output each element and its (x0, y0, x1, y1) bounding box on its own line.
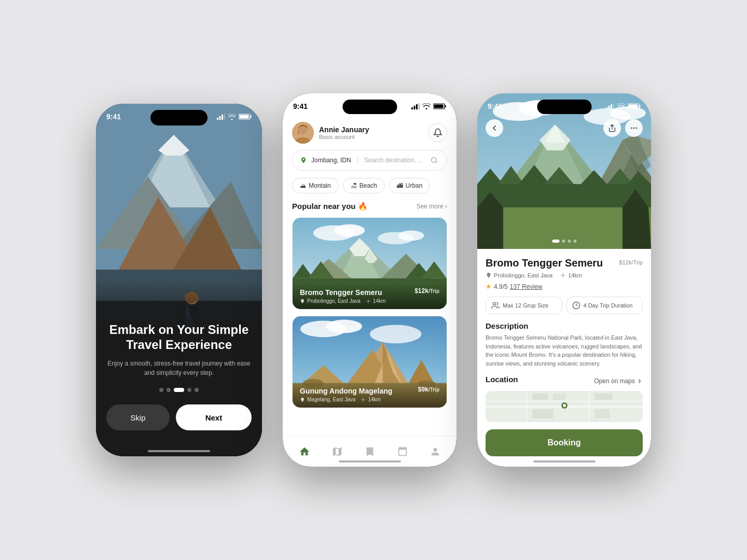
user-name: Annie January (319, 125, 369, 134)
destination-cards: Bromo Tengger Semeru Probolinggo, East J… (283, 217, 457, 436)
svg-point-91 (631, 128, 632, 129)
skip-button[interactable]: Skip (106, 404, 170, 430)
pin-icon-andong (300, 397, 305, 402)
popular-title: Popular near you 🔥 (292, 202, 368, 211)
phone-detail: 9:41 (477, 93, 651, 467)
detail-price: $12k/Trip (619, 257, 643, 267)
card-bromo-meta: Probolinggo, East Java 14km (300, 298, 439, 304)
map-preview[interactable] (486, 391, 643, 422)
category-urban-label: Urban (406, 182, 423, 189)
clock-icon (572, 301, 580, 310)
onboarding-subtitle: Enjoy a smooth, stress-free travel journ… (106, 359, 252, 377)
search-bar[interactable]: Jombang, IDN Search destnation, ... (292, 150, 447, 171)
home-icon (299, 446, 310, 457)
category-mountain[interactable]: ⛰ Montain (292, 178, 339, 193)
group-size-pill: Max 12 Grup Size (486, 297, 562, 314)
search-placeholder: Search destnation, ... (364, 157, 425, 164)
svg-rect-62 (611, 104, 612, 109)
share-icon (608, 124, 616, 132)
booking-button[interactable]: Booking (486, 429, 643, 456)
svg-point-94 (562, 275, 564, 276)
card-bromo[interactable]: Bromo Tengger Semeru Probolinggo, East J… (292, 217, 447, 310)
card-bromo-distance: 14km (366, 298, 385, 304)
svg-rect-61 (608, 106, 610, 109)
card-andong-distance: 14km (361, 397, 380, 402)
user-text: Annie January Basic account (319, 125, 369, 140)
svg-rect-14 (222, 115, 223, 120)
mountain-icon: ⛰ (300, 182, 306, 189)
category-beach[interactable]: 🏖 Beach (343, 178, 385, 193)
category-beach-label: Beach (359, 182, 377, 189)
svg-rect-13 (219, 116, 221, 120)
info-pills: Max 12 Grup Size 4 Day Trip Duration (486, 297, 643, 314)
popular-header: Popular near you 🔥 See more › (283, 202, 457, 211)
svg-rect-102 (532, 394, 548, 400)
next-button[interactable]: Next (176, 404, 252, 430)
svg-rect-24 (445, 105, 446, 108)
star-icon: ★ (486, 283, 492, 290)
svg-point-45 (368, 300, 369, 302)
image-pagination (552, 240, 576, 243)
phone-home: 9:41 (283, 93, 457, 467)
phone-onboarding: Embark on Your Simple Travel Experience … (96, 104, 262, 456)
hero-right-buttons (603, 119, 643, 137)
battery-icon-1 (239, 114, 252, 120)
back-button[interactable] (486, 119, 503, 137)
location-text: Jombang, IDN (311, 157, 351, 164)
nav-bookmarks[interactable] (358, 443, 382, 460)
bell-icon (433, 128, 442, 137)
notification-button[interactable] (428, 123, 447, 142)
svg-rect-106 (594, 409, 610, 418)
screen-detail: 9:41 (477, 93, 651, 467)
nav-map[interactable] (325, 443, 349, 460)
detail-screen: 9:41 (477, 93, 651, 467)
card-andong[interactable]: Gunung Andong Magelang Magelang, East Ja… (292, 316, 447, 408)
card-andong-meta: Magelang, East Java 14km (300, 397, 439, 402)
distance-icon-andong (361, 397, 366, 402)
see-more-button[interactable]: See more › (417, 203, 447, 210)
onboarding-title: Embark on Your Simple Travel Experience (106, 323, 252, 353)
group-size-icon (491, 301, 500, 310)
onboarding-buttons: Skip Next (106, 404, 252, 430)
nav-calendar[interactable] (391, 443, 414, 460)
svg-rect-60 (606, 107, 607, 109)
open-maps-button[interactable]: Open on maps (594, 377, 643, 385)
search-icon-button[interactable] (429, 155, 439, 165)
dot-4 (187, 388, 191, 392)
home-screen: 9:41 (283, 93, 457, 467)
search-icon (431, 157, 438, 164)
wifi-icon-3 (617, 103, 625, 109)
map-preview-art (486, 391, 643, 422)
category-urban[interactable]: 🏙 Urban (389, 178, 431, 193)
share-button[interactable] (603, 119, 621, 137)
home-indicator-2 (339, 460, 401, 463)
home-indicator-3 (533, 460, 596, 463)
svg-point-27 (299, 126, 307, 134)
status-time-2: 9:41 (293, 102, 308, 110)
svg-point-92 (633, 128, 635, 129)
svg-point-49 (370, 325, 421, 343)
pagination-dots (159, 388, 199, 392)
svg-rect-20 (414, 106, 416, 109)
detail-location: Probolinggo, East Java (486, 272, 552, 278)
svg-rect-103 (553, 394, 566, 400)
status-time-3: 9:41 (488, 102, 502, 110)
more-options-button[interactable] (625, 119, 643, 137)
detail-location-row: Probolinggo, East Java 14km (486, 272, 643, 278)
onboarding-content: Embark on Your Simple Travel Experience … (96, 280, 262, 456)
nav-profile[interactable] (423, 443, 447, 460)
review-link[interactable]: 137 Review (510, 283, 543, 290)
signal-icon-1 (217, 114, 225, 120)
svg-rect-65 (640, 105, 641, 108)
svg-point-108 (563, 404, 566, 407)
avatar[interactable] (292, 122, 314, 144)
screen-onboarding: Embark on Your Simple Travel Experience … (96, 104, 262, 456)
nav-home[interactable] (293, 443, 316, 460)
wifi-icon-2 (422, 103, 431, 109)
svg-point-93 (635, 128, 637, 129)
dot-2 (167, 388, 171, 392)
more-dots-icon (630, 124, 638, 132)
card-andong-location: Magelang, East Java (300, 397, 355, 402)
bookmark-nav-icon (364, 446, 376, 457)
rating-row: ★ 4.9/5 137 Review (486, 283, 643, 290)
